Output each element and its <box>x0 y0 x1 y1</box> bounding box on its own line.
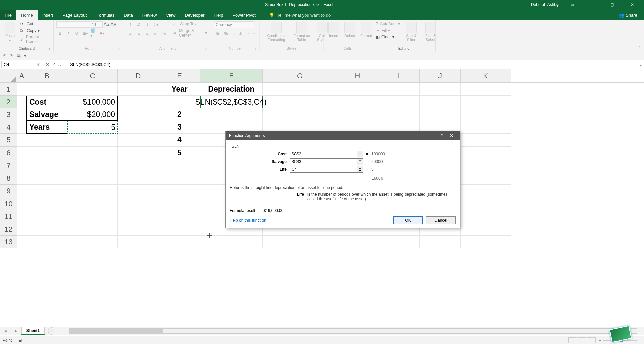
cancel-button[interactable]: Cancel <box>426 216 456 224</box>
delete-cells-button[interactable]: Delete <box>342 21 357 38</box>
cell[interactable] <box>17 236 26 248</box>
align-center-icon[interactable]: ≡ <box>135 30 142 37</box>
row-header-4[interactable]: 4 <box>0 121 17 134</box>
increase-decimal-icon[interactable]: .0→ <box>239 30 246 37</box>
cell[interactable] <box>461 96 511 108</box>
find-select-button[interactable]: Find & Select <box>421 21 440 42</box>
col-header-f[interactable]: F <box>200 69 263 82</box>
tab-help[interactable]: Help <box>210 10 228 20</box>
view-normal-icon[interactable] <box>568 337 577 343</box>
share-button[interactable]: 👥 Share <box>619 13 644 20</box>
row-header-10[interactable]: 10 <box>0 197 17 210</box>
format-as-table-button[interactable]: Format as Table <box>291 21 312 42</box>
dialog-close-icon[interactable]: ✕ <box>447 133 456 138</box>
select-all-corner[interactable] <box>0 69 17 82</box>
format-painter-button[interactable]: 🖌Format Painter <box>19 34 51 44</box>
row-header-2[interactable]: 2 <box>0 96 17 108</box>
tab-view[interactable]: View <box>161 10 180 20</box>
orientation-icon[interactable]: ⤸▾ <box>152 21 159 28</box>
dialog-launcher-icon[interactable]: ◿ <box>47 47 50 50</box>
tab-data[interactable]: Data <box>119 10 137 20</box>
percent-icon[interactable]: % <box>222 30 230 37</box>
row-header-7[interactable]: 7 <box>0 159 17 172</box>
cell[interactable]: 2 <box>159 108 200 121</box>
cell[interactable] <box>200 108 263 121</box>
font-name-input[interactable] <box>56 21 90 28</box>
tab-power-pivot[interactable]: Power Pivot <box>228 10 260 20</box>
row-header-11[interactable]: 11 <box>0 210 17 223</box>
row-header-13[interactable]: 13 <box>0 236 17 248</box>
cell[interactable] <box>26 172 67 185</box>
cell[interactable] <box>461 236 511 248</box>
align-left-icon[interactable]: ≡ <box>127 30 134 37</box>
cell[interactable] <box>118 185 159 197</box>
cell[interactable] <box>26 159 67 172</box>
comma-icon[interactable]: , <box>231 30 238 37</box>
cell[interactable] <box>263 108 337 121</box>
cell[interactable] <box>17 223 26 236</box>
underline-button[interactable]: U <box>73 30 80 37</box>
cell[interactable] <box>17 108 26 121</box>
cell[interactable] <box>461 147 511 159</box>
range-selector-icon[interactable]: ↥ <box>357 166 363 173</box>
font-size-input[interactable] <box>91 21 103 28</box>
bold-button[interactable]: B <box>56 30 64 37</box>
copy-button[interactable]: ⧉Copy ▾ <box>19 28 51 33</box>
range-selector-icon[interactable]: ↥ <box>357 151 363 157</box>
cell[interactable] <box>17 96 26 108</box>
help-on-function-link[interactable]: Help on this function <box>230 218 266 223</box>
align-top-icon[interactable]: ⤒ <box>127 21 134 28</box>
enter-formula-icon[interactable]: ✓ <box>52 62 56 67</box>
cell[interactable] <box>378 108 420 121</box>
cell[interactable] <box>461 134 511 147</box>
cell[interactable] <box>118 197 159 210</box>
col-header-j[interactable]: J <box>420 69 461 82</box>
cell[interactable] <box>461 197 511 210</box>
sheet-tab-active[interactable]: Sheet1 <box>21 327 45 335</box>
cell[interactable]: Salvage <box>26 108 67 121</box>
cell[interactable] <box>118 236 159 248</box>
arg-cost-input[interactable] <box>290 151 357 157</box>
tab-insert[interactable]: Insert <box>38 10 58 20</box>
maximize-icon[interactable]: ▢ <box>605 2 619 7</box>
cut-button[interactable]: ✂Cut <box>19 21 51 27</box>
sheet-nav-prev-icon[interactable]: ◄ <box>0 329 11 333</box>
dialog-launcher-icon[interactable]: ◿ <box>118 47 120 50</box>
sheet-nav-next-icon[interactable]: ► <box>11 329 21 333</box>
autosum-button[interactable]: Σ AutoSum ▾ <box>375 21 401 27</box>
cell[interactable] <box>118 121 159 134</box>
dialog-launcher-icon[interactable]: ◿ <box>253 47 256 50</box>
cell[interactable] <box>378 83 420 96</box>
cell[interactable] <box>378 236 420 248</box>
col-header-i[interactable]: I <box>378 69 420 82</box>
cell[interactable] <box>17 134 26 147</box>
cell[interactable] <box>17 210 26 223</box>
cell[interactable] <box>67 159 118 172</box>
fill-button[interactable]: ▼ Fill ▾ <box>375 28 401 33</box>
ok-button[interactable]: OK <box>393 216 423 224</box>
col-header-a[interactable]: A <box>17 69 26 82</box>
cell[interactable] <box>159 236 200 248</box>
cell[interactable] <box>118 96 159 108</box>
number-format-select[interactable] <box>214 21 254 28</box>
insert-cells-button[interactable]: Insert <box>326 21 341 38</box>
row-header-6[interactable]: 6 <box>0 147 17 159</box>
undo-icon[interactable]: ↶ <box>3 53 6 58</box>
decrease-indent-icon[interactable]: ⇤ <box>152 30 159 37</box>
cell[interactable]: 4 <box>159 134 200 147</box>
cell[interactable]: 3 <box>159 121 200 134</box>
macro-record-icon[interactable]: ▣ <box>18 338 22 343</box>
cell[interactable] <box>67 223 118 236</box>
cell[interactable] <box>159 159 200 172</box>
fill-color-button[interactable]: 🪣▾ <box>90 30 97 37</box>
view-page-layout-icon[interactable] <box>578 337 586 343</box>
cell[interactable] <box>461 185 511 197</box>
decrease-decimal-icon[interactable]: ←.0 <box>247 30 255 37</box>
row-header-5[interactable]: 5 <box>0 134 17 147</box>
col-header-h[interactable]: H <box>337 69 378 82</box>
col-header-d[interactable]: D <box>118 69 159 82</box>
cell[interactable]: $20,000 <box>67 108 118 121</box>
cell[interactable] <box>378 96 420 108</box>
cell[interactable] <box>67 210 118 223</box>
cell[interactable] <box>26 236 67 248</box>
